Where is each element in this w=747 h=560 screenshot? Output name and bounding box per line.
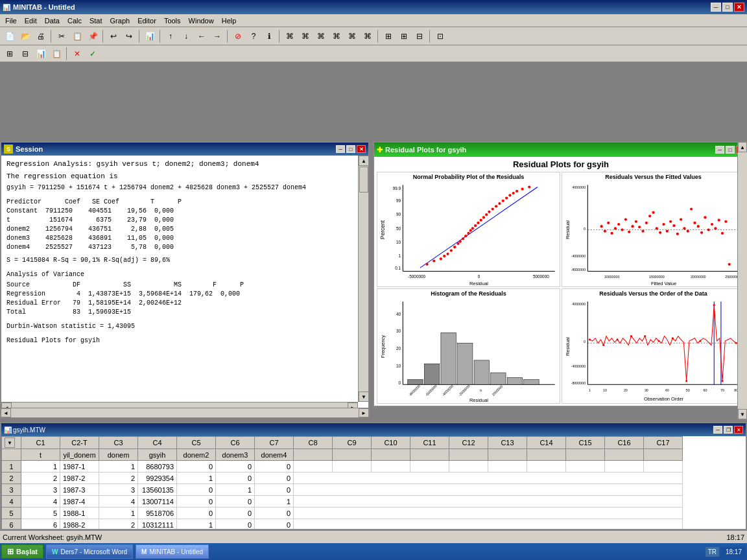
grid1-icon[interactable]: ⊞	[381, 29, 396, 43]
cell-1-17[interactable]	[644, 461, 683, 472]
cell-1-15[interactable]	[566, 461, 605, 472]
col-c7-header[interactable]: C7	[255, 437, 294, 449]
cell-3-3[interactable]: 3	[99, 484, 138, 496]
menu-tools[interactable]: Tools	[160, 16, 185, 26]
cell-3-5[interactable]: 0	[177, 484, 216, 496]
cell-1-8[interactable]	[294, 461, 333, 472]
cell-5-2[interactable]: 1988-1	[60, 508, 99, 519]
cell-1-6[interactable]: 0	[216, 461, 255, 472]
scroll-down[interactable]: ▼	[359, 391, 369, 402]
col-c8-header[interactable]: C8	[294, 437, 333, 449]
cell-6-5[interactable]: 1	[177, 519, 216, 530]
taskbar-word[interactable]: W Ders7 - Microsoft Word	[46, 544, 133, 559]
cell-2-2[interactable]: 1987-2	[60, 472, 99, 484]
maximize-button[interactable]: □	[722, 3, 733, 12]
cell-1-16[interactable]	[605, 461, 644, 472]
col-c1-header[interactable]: C1	[21, 437, 60, 449]
cell-1-12[interactable]	[449, 461, 488, 472]
session-close[interactable]: ✕	[357, 145, 366, 153]
cell-6-4[interactable]: 10312111	[138, 519, 177, 530]
col-c7-name[interactable]: donem4	[255, 449, 294, 461]
open-icon[interactable]: 📂	[18, 29, 32, 43]
arrow-up-icon[interactable]: ↑	[163, 29, 178, 43]
undo-icon[interactable]: ↩	[106, 29, 121, 43]
redo-icon[interactable]: ↪	[122, 29, 136, 43]
menu-edit[interactable]: Edit	[21, 16, 41, 26]
col-c6-header[interactable]: C6	[216, 437, 255, 449]
col-c12-header[interactable]: C12	[449, 437, 488, 449]
close-button[interactable]: ✕	[734, 3, 744, 12]
col-c16-header[interactable]: C16	[605, 437, 644, 449]
cell-5-7[interactable]: 0	[255, 508, 294, 519]
cell-1-3[interactable]: 1	[99, 461, 138, 472]
menu-editor[interactable]: Editor	[134, 16, 160, 26]
grid2-icon[interactable]: ⊞	[397, 29, 411, 43]
col-c10-header[interactable]: C10	[372, 437, 410, 449]
session-hscroll-bar[interactable]: ◄ ►	[0, 408, 370, 418]
stop-icon[interactable]: ⊘	[231, 29, 245, 43]
t2-icon3[interactable]: 📊	[34, 47, 48, 61]
cell-2-1[interactable]: 2	[21, 472, 60, 484]
cmd3-icon[interactable]: ⌘	[314, 29, 328, 43]
cell-6-2[interactable]: 1988-2	[60, 519, 99, 530]
menu-window[interactable]: Window	[185, 16, 218, 26]
col-c4-name[interactable]: gsyih	[138, 449, 177, 461]
cell-5-3[interactable]: 1	[99, 508, 138, 519]
cell-4-2[interactable]: 1987-4	[60, 496, 99, 508]
col-c17-name[interactable]	[644, 449, 683, 461]
col-c9-name[interactable]	[333, 449, 372, 461]
sheet-table-wrapper[interactable]: ▼ C1 C2-T C3 C4 C5 C6 C7 C8 C9 C10 C11 C…	[1, 436, 746, 529]
cell-1-2[interactable]: 1987-1	[60, 461, 99, 472]
t2-icon4[interactable]: 📋	[49, 47, 64, 61]
col-c17-header[interactable]: C17	[644, 437, 683, 449]
scroll-thumb-v[interactable]	[359, 167, 368, 192]
cell-3-4[interactable]: 13560135	[138, 484, 177, 496]
cell-2-3[interactable]: 2	[99, 472, 138, 484]
taskbar-minitab[interactable]: M MINITAB - Untitled	[136, 544, 209, 559]
copy-icon[interactable]: 📋	[70, 29, 84, 43]
cmd6-icon[interactable]: ⌘	[361, 29, 375, 43]
menu-data[interactable]: Data	[41, 16, 64, 26]
rv-scroll-down[interactable]: ▼	[738, 409, 747, 419]
cmd4-icon[interactable]: ⌘	[329, 29, 344, 43]
sheet-restore[interactable]: ❐	[724, 426, 733, 434]
cmd2-icon[interactable]: ⌘	[298, 29, 313, 43]
misc-icon[interactable]: ⊡	[433, 29, 447, 43]
cut-icon[interactable]: ✂	[54, 29, 69, 43]
col-c8-name[interactable]	[294, 449, 333, 461]
info-icon[interactable]: ℹ	[262, 29, 276, 43]
v-scrollbar[interactable]: ▲ ▼	[358, 156, 368, 402]
cell-6-1[interactable]: 6	[21, 519, 60, 530]
menu-calc[interactable]: Calc	[64, 16, 86, 26]
cell-4-1[interactable]: 4	[21, 496, 60, 508]
cell-1-13[interactable]	[488, 461, 527, 472]
residual-vscroll[interactable]: ▲ ▼	[737, 141, 747, 420]
minimize-button[interactable]: ─	[711, 3, 721, 12]
cell-3-1[interactable]: 3	[21, 484, 60, 496]
cell-1-10[interactable]	[372, 461, 410, 472]
arrow-right-icon[interactable]: →	[210, 29, 224, 43]
cell-6-6[interactable]: 0	[216, 519, 255, 530]
t2-icon2[interactable]: ⊟	[18, 47, 32, 61]
cell-3-2[interactable]: 1987-3	[60, 484, 99, 496]
cell-5-6[interactable]: 0	[216, 508, 255, 519]
arrow-left-icon[interactable]: ←	[195, 29, 209, 43]
col-c12-name[interactable]	[449, 449, 488, 461]
cell-6-7[interactable]: 0	[255, 519, 294, 530]
cell-2-4[interactable]: 9929354	[138, 472, 177, 484]
col-c10-name[interactable]	[372, 449, 410, 461]
hscroll-right[interactable]: ►	[359, 408, 369, 417]
col-c14-header[interactable]: C14	[527, 437, 566, 449]
cell-4-6[interactable]: 0	[216, 496, 255, 508]
cmd5-icon[interactable]: ⌘	[345, 29, 359, 43]
col-c13-header[interactable]: C13	[488, 437, 527, 449]
menu-graph[interactable]: Graph	[106, 16, 134, 26]
col-c14-name[interactable]	[527, 449, 566, 461]
menu-help[interactable]: Help	[218, 16, 241, 26]
cell-1-9[interactable]	[333, 461, 372, 472]
col-c9-header[interactable]: C9	[333, 437, 372, 449]
help-icon[interactable]: ?	[246, 29, 261, 43]
cell-2-6[interactable]: 0	[216, 472, 255, 484]
cell-6-3[interactable]: 2	[99, 519, 138, 530]
col-c2-header[interactable]: C2-T	[60, 437, 99, 449]
